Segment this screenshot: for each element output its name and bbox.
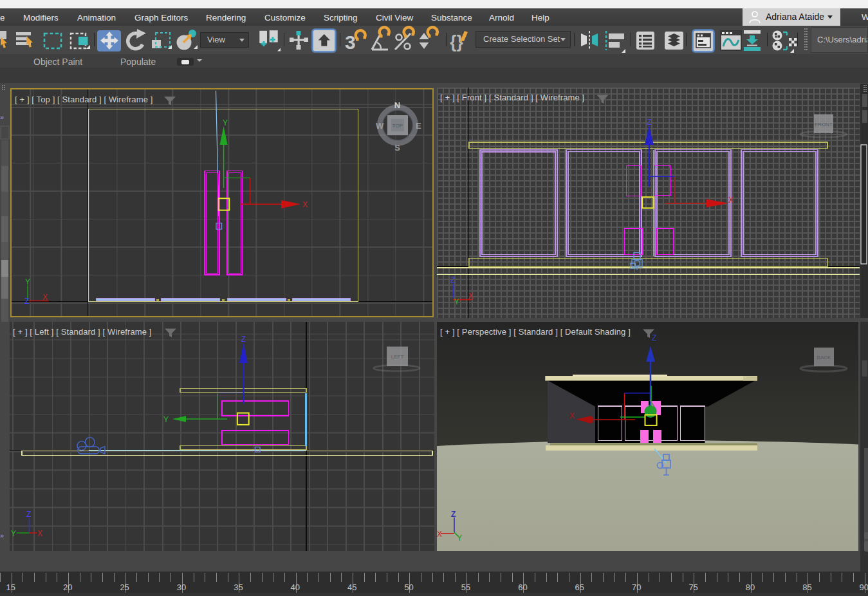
svg-text:X: X [37,529,42,538]
svg-text:Y: Y [163,415,169,424]
svg-text:X: X [468,292,474,301]
svg-text:X: X [728,196,734,205]
svg-text:»: » [0,532,4,539]
svg-text:X: X [437,530,442,539]
svg-text:Z: Z [647,118,651,127]
svg-text:Z: Z [451,510,456,519]
svg-text:Z: Z [241,335,246,344]
svg-text:W: W [376,121,384,131]
svg-text:TOP: TOP [392,123,403,129]
svg-text:Y: Y [11,529,16,538]
svg-text:S: S [394,143,400,153]
svg-text:3: 3 [345,32,356,53]
svg-text:Y: Y [454,297,459,306]
svg-text:LEFT: LEFT [391,354,404,360]
svg-text:Y: Y [223,118,228,127]
svg-text:X: X [302,200,308,209]
svg-text:X: X [569,411,575,420]
svg-text:E: E [416,121,421,131]
svg-text:Z: Z [450,275,455,284]
svg-text:X: X [42,293,48,302]
svg-text:Y: Y [457,534,462,543]
svg-text:BACK: BACK [817,355,831,360]
svg-text:FRONT: FRONT [815,122,833,127]
svg-text:Z: Z [652,333,656,342]
svg-text:Z: Z [24,297,29,306]
svg-text:Y: Y [25,277,30,286]
svg-text:{}: {} [450,32,464,51]
svg-text:Z: Z [26,510,31,519]
svg-text:»: » [0,113,4,121]
svg-text:N: N [394,100,400,110]
